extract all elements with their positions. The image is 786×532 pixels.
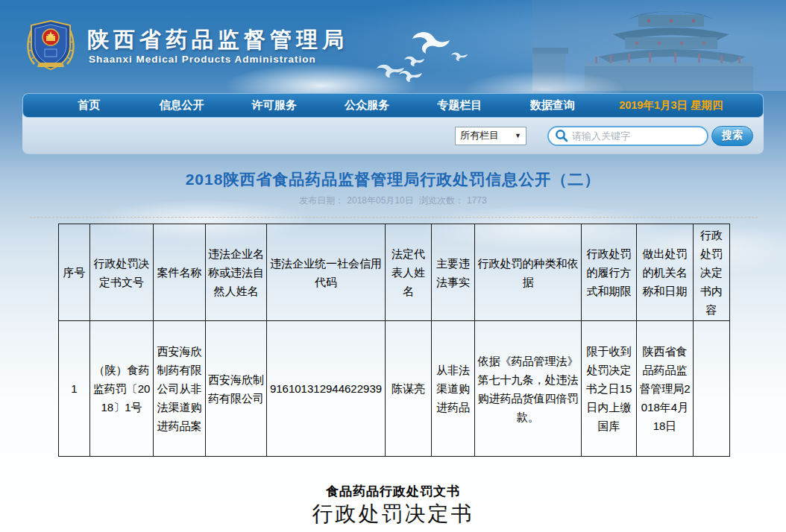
cell-case-name: 西安海欣制药有限公司从非法渠道购进药品案 bbox=[154, 321, 206, 457]
document-type-heading: 食品药品行政处罚文书 bbox=[0, 483, 786, 500]
administration-badge-icon bbox=[24, 16, 78, 75]
search-box bbox=[547, 126, 708, 146]
page-title: 2018陕西省食品药品监督管理局行政处罚信息公开（二） bbox=[0, 169, 786, 190]
main-container: 首页 信息公开 许可服务 公众服务 专题栏目 数据查询 2019年1月3日 星期… bbox=[22, 93, 764, 154]
article-meta: 发布日期：2018年05月10日 浏览次数：1773 bbox=[0, 194, 786, 207]
search-panel: 所有栏目 ▼ 搜索 bbox=[22, 113, 764, 154]
nav-item-info-disclosure[interactable]: 信息公开 bbox=[135, 98, 227, 113]
col-header-case-name: 案件名称 bbox=[154, 224, 206, 321]
col-header-credit-code: 违法企业统一社会信用代码 bbox=[267, 224, 386, 321]
col-header-legal-representative: 法定代表人姓名 bbox=[386, 224, 432, 321]
cell-authority-date: 陕西省食品药品监督管理局2018年4月 18日 bbox=[637, 321, 694, 457]
main-navigation: 首页 信息公开 许可服务 公众服务 专题栏目 数据查询 2019年1月3日 星期… bbox=[22, 93, 764, 118]
col-header-decision-content: 行政处罚决定书内容 bbox=[694, 224, 730, 321]
org-title-en: Shaanxi Medical Products Administration bbox=[89, 54, 316, 65]
publish-date-label: 发布日期： bbox=[299, 195, 344, 206]
category-select-value: 所有栏目 bbox=[460, 129, 499, 142]
category-select[interactable]: 所有栏目 ▼ bbox=[455, 127, 526, 145]
col-header-violation-facts: 主要违法事实 bbox=[432, 224, 475, 321]
cell-credit-code: 916101312944622939 bbox=[267, 321, 386, 457]
nav-item-special-columns[interactable]: 专题栏目 bbox=[413, 98, 506, 113]
views-label: 浏览次数： bbox=[419, 195, 464, 206]
table-header-row: 序号 行政处罚决定书文号 案件名称 违法企业名称或违法自然人姓名 违法企业统一社… bbox=[59, 224, 730, 321]
cell-index: 1 bbox=[59, 321, 90, 457]
dashed-separator bbox=[30, 217, 758, 218]
penalty-table: 序号 行政处罚决定书文号 案件名称 违法企业名称或违法自然人姓名 违法企业统一社… bbox=[58, 224, 730, 457]
cell-decision-number: （陕）食药监药罚〔2018〕1号 bbox=[90, 321, 154, 457]
cell-violation-facts: 从非法渠道购进药品 bbox=[432, 321, 475, 457]
col-header-decision-number: 行政处罚决定书文号 bbox=[90, 224, 154, 321]
search-button[interactable]: 搜索 bbox=[711, 126, 753, 146]
publish-date-value: 2018年05月10日 bbox=[347, 195, 413, 206]
org-title-cn: 陕西省药品监督管理局 bbox=[87, 25, 348, 55]
views-value: 1773 bbox=[467, 195, 487, 206]
nav-item-data-query[interactable]: 数据查询 bbox=[506, 98, 598, 113]
magnifier-icon bbox=[555, 129, 568, 142]
col-header-violator-name: 违法企业名称或违法自然人姓名 bbox=[206, 224, 267, 321]
cell-violator-name: 西安海欣制药有限公司 bbox=[206, 321, 267, 457]
document-title-heading: 行政处罚决定书 bbox=[0, 500, 786, 528]
nav-item-licensing[interactable]: 许可服务 bbox=[228, 98, 321, 113]
table-row: 1 （陕）食药监药罚〔2018〕1号 西安海欣制药有限公司从非法渠道购进药品案 … bbox=[59, 321, 730, 457]
search-input[interactable] bbox=[572, 130, 703, 142]
nav-date: 2019年1月3日 星期四 bbox=[599, 98, 743, 113]
caret-down-icon: ▼ bbox=[515, 132, 521, 139]
cell-legal-representative: 陈谋亮 bbox=[386, 321, 432, 457]
nav-item-public-service[interactable]: 公众服务 bbox=[321, 98, 413, 113]
nav-item-home[interactable]: 首页 bbox=[43, 98, 135, 113]
cell-penalty-type-basis: 依据《药品管理法》第七十九条，处违法购进药品货值四倍罚款。 bbox=[475, 321, 582, 457]
cell-decision-content bbox=[694, 321, 730, 457]
col-header-index: 序号 bbox=[59, 224, 90, 321]
col-header-penalty-type-basis: 行政处罚的种类和依据 bbox=[475, 224, 582, 321]
col-header-execution-method: 行政处罚的履行方式和期限 bbox=[582, 224, 637, 321]
col-header-authority-date: 做出处罚的机关名称和日期 bbox=[637, 224, 694, 321]
cell-execution-method: 限于收到处罚决定书之日15日内上缴国库 bbox=[582, 321, 637, 457]
